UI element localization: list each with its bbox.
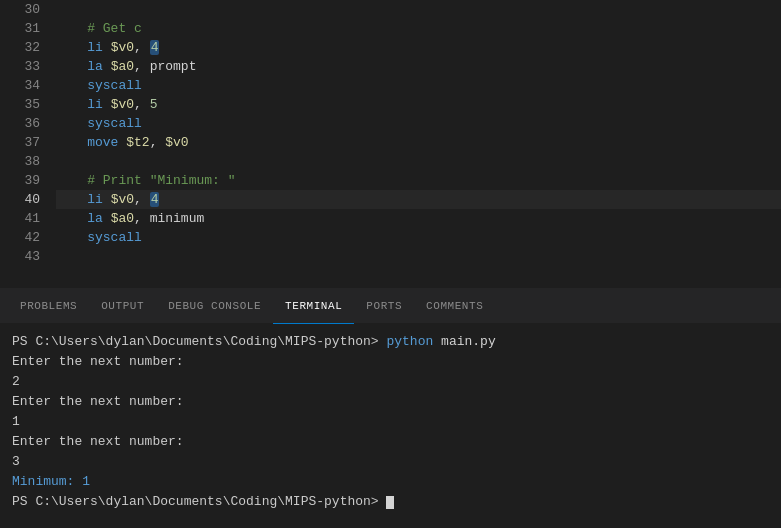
code-line-35: li $v0, 5	[56, 95, 781, 114]
code-token: # Print "Minimum: "	[87, 173, 235, 188]
panel-tab-ports[interactable]: PORTS	[354, 289, 414, 324]
editor-area: 3031323334353637383940414243 # Get c li …	[0, 0, 781, 288]
line-number-41: 41	[0, 209, 40, 228]
terminal-final-prompt-line: PS C:\Users\dylan\Documents\Coding\MIPS-…	[12, 492, 769, 512]
line-number-34: 34	[0, 76, 40, 95]
line-number-30: 30	[0, 0, 40, 19]
code-token: ,	[134, 40, 150, 55]
terminal-minimum-line: Minimum: 1	[12, 472, 769, 492]
terminal-output-line-0: Enter the next number:	[12, 352, 769, 372]
panel: PROBLEMSOUTPUTDEBUG CONSOLETERMINALPORTS…	[0, 288, 781, 528]
code-token	[56, 40, 87, 55]
code-line-42: syscall	[56, 228, 781, 247]
code-line-33: la $a0, prompt	[56, 57, 781, 76]
code-token	[103, 59, 111, 74]
line-number-36: 36	[0, 114, 40, 133]
code-token	[56, 21, 87, 36]
code-line-38	[56, 152, 781, 171]
code-token: , prompt	[134, 59, 196, 74]
line-number-39: 39	[0, 171, 40, 190]
panel-tab-output[interactable]: OUTPUT	[89, 289, 156, 324]
code-token: # Get c	[87, 21, 142, 36]
code-token	[103, 40, 111, 55]
code-token: move	[87, 135, 118, 150]
terminal-command-file: main.py	[433, 334, 495, 349]
code-token	[56, 97, 87, 112]
panel-tab-debug-console[interactable]: DEBUG CONSOLE	[156, 289, 273, 324]
code-token	[103, 211, 111, 226]
code-token	[56, 230, 87, 245]
code-line-32: li $v0, 4	[56, 38, 781, 57]
code-line-37: move $t2, $v0	[56, 133, 781, 152]
code-token: $v0	[111, 192, 134, 207]
terminal-content[interactable]: PS C:\Users\dylan\Documents\Coding\MIPS-…	[0, 324, 781, 528]
code-token: la	[87, 59, 103, 74]
code-token	[56, 211, 87, 226]
line-number-31: 31	[0, 19, 40, 38]
line-number-37: 37	[0, 133, 40, 152]
highlighted-token: 4	[150, 40, 160, 55]
code-line-31: # Get c	[56, 19, 781, 38]
code-line-36: syscall	[56, 114, 781, 133]
code-token: $a0	[111, 59, 134, 74]
panel-tab-problems[interactable]: PROBLEMS	[8, 289, 89, 324]
line-numbers: 3031323334353637383940414243	[0, 0, 52, 288]
line-number-42: 42	[0, 228, 40, 247]
terminal-output-line-5: 3	[12, 452, 769, 472]
terminal-final-prompt: PS C:\Users\dylan\Documents\Coding\MIPS-…	[12, 494, 386, 509]
code-token: $v0	[165, 135, 188, 150]
code-line-40: li $v0, 4	[56, 190, 781, 209]
code-line-34: syscall	[56, 76, 781, 95]
code-token: ,	[134, 192, 150, 207]
code-token: $t2	[126, 135, 149, 150]
code-token	[103, 97, 111, 112]
code-container: 3031323334353637383940414243 # Get c li …	[0, 0, 781, 288]
terminal-output-line-2: Enter the next number:	[12, 392, 769, 412]
code-token	[56, 192, 87, 207]
line-number-35: 35	[0, 95, 40, 114]
code-token: syscall	[87, 116, 142, 131]
code-token: 5	[150, 97, 158, 112]
code-token	[56, 59, 87, 74]
terminal-cursor	[386, 496, 394, 509]
terminal-prompt: PS C:\Users\dylan\Documents\Coding\MIPS-…	[12, 334, 386, 349]
code-token	[103, 192, 111, 207]
panel-tab-comments[interactable]: COMMENTS	[414, 289, 495, 324]
code-token	[56, 173, 87, 188]
code-token: li	[87, 40, 103, 55]
code-token	[56, 116, 87, 131]
line-number-40: 40	[0, 190, 40, 209]
terminal-output-line-1: 2	[12, 372, 769, 392]
code-token	[56, 135, 87, 150]
code-line-30	[56, 0, 781, 19]
code-line-39: # Print "Minimum: "	[56, 171, 781, 190]
line-number-38: 38	[0, 152, 40, 171]
code-line-41: la $a0, minimum	[56, 209, 781, 228]
code-line-43	[56, 247, 781, 266]
code-token: syscall	[87, 230, 142, 245]
code-token: , minimum	[134, 211, 204, 226]
code-token: li	[87, 97, 103, 112]
panel-tab-terminal[interactable]: TERMINAL	[273, 289, 354, 324]
code-token: $v0	[111, 97, 134, 112]
line-number-32: 32	[0, 38, 40, 57]
line-number-43: 43	[0, 247, 40, 266]
code-token: ,	[150, 135, 166, 150]
code-token	[56, 78, 87, 93]
terminal-command-line: PS C:\Users\dylan\Documents\Coding\MIPS-…	[12, 332, 769, 352]
code-token: $v0	[111, 40, 134, 55]
code-content[interactable]: # Get c li $v0, 4 la $a0, prompt syscall…	[52, 0, 781, 288]
terminal-output-line-4: Enter the next number:	[12, 432, 769, 452]
code-token: la	[87, 211, 103, 226]
code-token: li	[87, 192, 103, 207]
code-token: ,	[134, 97, 150, 112]
terminal-python-keyword: python	[386, 334, 433, 349]
terminal-output-line-3: 1	[12, 412, 769, 432]
line-number-33: 33	[0, 57, 40, 76]
panel-tabs: PROBLEMSOUTPUTDEBUG CONSOLETERMINALPORTS…	[0, 289, 781, 324]
code-token: $a0	[111, 211, 134, 226]
terminal-minimum-text: Minimum: 1	[12, 474, 90, 489]
highlighted-token: 4	[150, 192, 160, 207]
code-token: syscall	[87, 78, 142, 93]
